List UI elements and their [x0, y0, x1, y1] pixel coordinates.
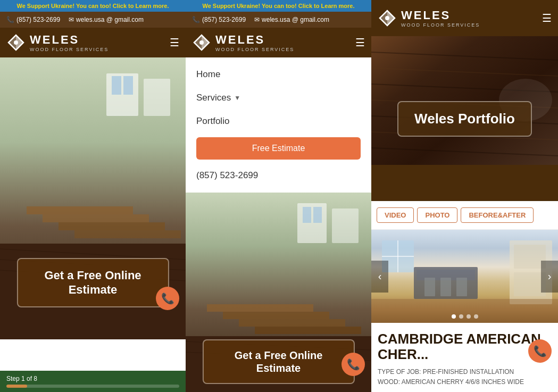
svg-point-22 [199, 40, 204, 45]
panel-portfolio: WELES WOOD FLOOR SERVICES ☰ [371, 0, 558, 392]
carousel-dot-1[interactable] [452, 314, 456, 319]
filter-tab-photo[interactable]: PHOTO [417, 207, 457, 223]
phone-contact[interactable]: 📞 (857) 523-2699 [6, 16, 60, 23]
svg-rect-31 [207, 304, 313, 312]
hero-image-2: Get a Free Online Estimate 📞 [186, 193, 371, 392]
email-contact[interactable]: ✉ weles.usa @ gmail.com [69, 16, 144, 23]
ukraine-banner-text-2: We Support Ukraine! You can too! Click t… [202, 3, 354, 9]
brand-sub: WOOD FLOOR SERVICES [30, 47, 109, 52]
project-detail-wood: WOOD: AMERICAN CHERRY 4/6/8 INCHES WIDE [378, 377, 552, 387]
cta-button-2[interactable]: Get a Free Online Estimate [202, 339, 354, 384]
svg-rect-25 [303, 207, 311, 223]
site-header-2: WELES WOOD FLOOR SERVICES ☰ [186, 28, 371, 57]
svg-rect-52 [424, 278, 435, 296]
project-detail-job: TYPE OF JOB: PRE-FINISHED INSTALLATION [378, 367, 552, 377]
phone-number: (857) 523-2699 [16, 16, 60, 23]
phone-icon: 📞 [6, 16, 14, 23]
ukraine-banner-text: We Support Ukraine! You can too! Click t… [16, 3, 169, 9]
logo-area-3[interactable]: WELES WOOD FLOOR SERVICES [378, 9, 480, 28]
step-progress [6, 385, 179, 388]
nav-phone-number: (857) 523-2699 [196, 170, 258, 180]
svg-rect-54 [456, 278, 467, 296]
nav-label-portfolio: Portfolio [196, 116, 229, 127]
panel-nav: We Support Ukraine! You can too! Click t… [186, 0, 371, 392]
cta-overlay: Get a Free Online Estimate [16, 258, 169, 307]
step-label: Step 1 of 8 [6, 375, 37, 382]
project-title: CAMBRIDGE AMERICAN CHER... [378, 331, 552, 362]
brand-name-3: WELES [401, 9, 480, 22]
email-contact-2[interactable]: ✉ weles.usa @ gmail.com [254, 16, 329, 23]
email-icon: ✉ [69, 16, 74, 23]
portfolio-carousel: ‹ › [371, 230, 558, 323]
logo-area[interactable]: WELES WOOD FLOOR SERVICES [6, 33, 109, 52]
svg-rect-8 [123, 76, 133, 95]
cta-button[interactable]: Get a Free Online Estimate [16, 258, 169, 307]
panel-main: We Support Ukraine! You can too! Click t… [0, 0, 186, 392]
phone-icon-2: 📞 [192, 16, 200, 23]
phone-contact-2[interactable]: 📞 (857) 523-2699 [192, 16, 246, 23]
email-address: weles.usa @ gmail.com [76, 16, 144, 23]
brand-sub-2: WOOD FLOOR SERVICES [215, 47, 294, 52]
nav-item-portfolio[interactable]: Portfolio [186, 110, 371, 133]
svg-rect-61 [371, 299, 558, 323]
portfolio-header: Weles Portfolio [371, 36, 558, 201]
svg-point-4 [14, 40, 18, 45]
project-details: TYPE OF JOB: PRE-FINISHED INSTALLATION W… [378, 367, 552, 387]
filter-tab-before-after[interactable]: BEFORE&AFTER [461, 207, 534, 223]
email-address-2: weles.usa @ gmail.com [262, 16, 329, 23]
step-progress-fill [6, 385, 27, 388]
logo-text-3: WELES WOOD FLOOR SERVICES [401, 9, 480, 28]
nav-item-services[interactable]: Services ▼ [186, 86, 371, 110]
nav-phone[interactable]: (857) 523-2699 [186, 164, 371, 187]
brand-name-2: WELES [215, 33, 294, 47]
svg-rect-7 [112, 76, 121, 95]
contact-bar: 📞 (857) 523-2699 ✉ weles.usa @ gmail.com [0, 12, 186, 28]
svg-rect-26 [313, 207, 322, 223]
phone-fab-2[interactable]: 📞 [342, 353, 365, 376]
email-icon-2: ✉ [254, 16, 260, 23]
logo-area-2[interactable]: WELES WOOD FLOOR SERVICES [192, 33, 294, 52]
ukraine-banner-2[interactable]: We Support Ukraine! You can too! Click t… [186, 0, 371, 12]
svg-rect-9 [144, 79, 170, 116]
svg-rect-34 [255, 327, 361, 334]
filter-tab-video[interactable]: VIDEO [377, 207, 414, 223]
carousel-dot-4[interactable] [474, 314, 478, 319]
free-estimate-button[interactable]: Free Estimate [196, 137, 361, 160]
svg-rect-15 [43, 214, 149, 222]
site-header: WELES WOOD FLOOR SERVICES ☰ [0, 28, 186, 57]
svg-rect-53 [440, 278, 451, 296]
phone-fab-3[interactable]: 📞 [528, 339, 552, 363]
carousel-dot-2[interactable] [459, 314, 463, 319]
carousel-dot-3[interactable] [467, 314, 471, 319]
hamburger-menu-2[interactable]: ☰ [355, 36, 365, 49]
step-indicator: Step 1 of 8 [0, 371, 186, 392]
svg-rect-16 [59, 222, 165, 230]
brand-sub-3: WOOD FLOOR SERVICES [401, 22, 480, 28]
svg-rect-27 [332, 208, 359, 243]
carousel-prev[interactable]: ‹ [371, 261, 388, 293]
carousel-next[interactable]: › [541, 261, 558, 293]
logo-text-2: WELES WOOD FLOOR SERVICES [215, 33, 294, 52]
svg-rect-33 [239, 319, 345, 327]
services-arrow: ▼ [234, 94, 240, 102]
svg-rect-14 [27, 206, 133, 214]
svg-rect-32 [223, 312, 329, 319]
brand-name: WELES [30, 33, 109, 47]
nav-item-home[interactable]: Home [186, 63, 371, 86]
kitchen-svg [371, 230, 558, 323]
portfolio-site-header: WELES WOOD FLOOR SERVICES ☰ [371, 0, 558, 36]
phone-fab[interactable]: 📞 [156, 287, 179, 310]
ukraine-banner[interactable]: We Support Ukraine! You can too! Click t… [0, 0, 186, 12]
hamburger-menu-3[interactable]: ☰ [542, 12, 552, 24]
logo-icon-3 [378, 9, 397, 28]
hamburger-menu[interactable]: ☰ [170, 36, 179, 49]
contact-bar-2: 📞 (857) 523-2699 ✉ weles.usa @ gmail.com [186, 12, 371, 28]
cta-overlay-2: Get a Free Online Estimate [202, 339, 354, 384]
svg-rect-17 [74, 230, 181, 238]
svg-rect-6 [106, 73, 138, 116]
carousel-dots [452, 314, 478, 319]
nav-label-services: Services [196, 93, 231, 103]
portfolio-title-box: Weles Portfolio [397, 101, 532, 137]
nav-label-home: Home [196, 69, 220, 80]
portfolio-title: Weles Portfolio [414, 111, 515, 127]
